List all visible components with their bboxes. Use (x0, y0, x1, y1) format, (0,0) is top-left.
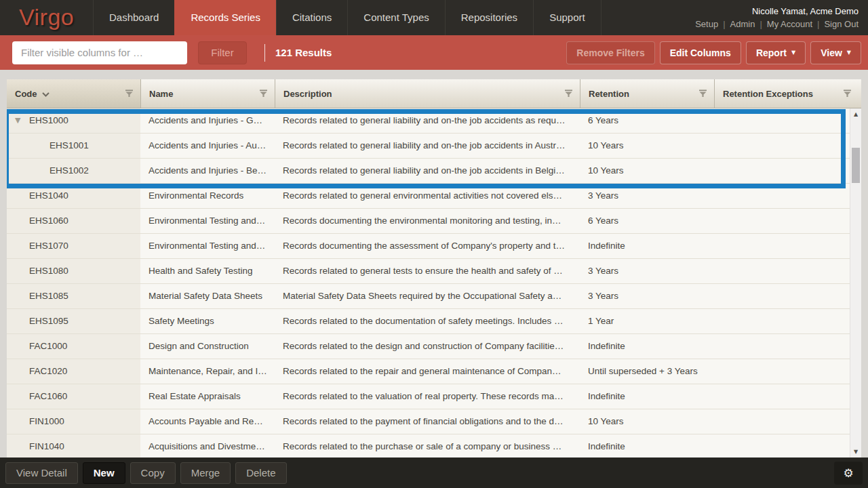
retention-exceptions-cell (714, 384, 861, 409)
link-setup[interactable]: Setup (695, 19, 718, 29)
column-label: Description (283, 89, 332, 99)
retention-cell: 1 Year (580, 309, 714, 333)
view-button[interactable]: View▼ (810, 41, 861, 64)
scroll-up-icon[interactable]: ▲ (850, 111, 861, 117)
name-cell: Material Safety Data Sheets (140, 284, 275, 308)
merge-button[interactable]: Merge (180, 462, 231, 484)
user-links: Setup|Admin|My Account|Sign Out (695, 19, 859, 29)
button-label: View (821, 47, 842, 58)
table-row-ehs1060[interactable]: EHS1060Environmental Testing and…Records… (7, 209, 861, 234)
table-row-fac1020[interactable]: FAC1020Maintenance, Repair, and I…Record… (7, 359, 861, 384)
table-row-fin1000[interactable]: FIN1000Accounts Payable and Re…Records r… (7, 409, 861, 434)
vertical-scrollbar[interactable]: ▲ ▼ (850, 108, 861, 458)
filter-funnel-icon[interactable] (125, 89, 134, 100)
description-cell: Records related to the design and constr… (275, 334, 580, 359)
link-sign-out[interactable]: Sign Out (824, 19, 859, 29)
retention-cell: 3 Years (580, 259, 714, 283)
link-separator: | (817, 19, 819, 29)
delete-button[interactable]: Delete (235, 462, 286, 484)
tab-support[interactable]: Support (533, 0, 601, 35)
link-my-account[interactable]: My Account (767, 19, 812, 29)
caret-down-icon: ▼ (847, 50, 851, 56)
tab-records-series[interactable]: Records Series (174, 0, 276, 35)
user-name: Nicolle Yamat, Acme Demo (695, 6, 859, 16)
column-header-retention-exceptions[interactable]: Retention Exceptions (714, 79, 861, 108)
description-cell: Records documenting the environmental mo… (275, 209, 580, 233)
action-buttons: View DetailNewCopyMergeDelete (5, 462, 292, 484)
tab-citations[interactable]: Citations (276, 0, 347, 35)
retention-exceptions-cell (714, 159, 861, 183)
column-label: Code (15, 89, 37, 99)
description-cell: Material Safety Data Sheets required by … (275, 284, 580, 308)
scroll-down-icon[interactable]: ▼ (850, 449, 861, 455)
filter-funnel-icon[interactable] (698, 89, 707, 100)
tab-repositories[interactable]: Repositories (445, 0, 533, 35)
link-separator: | (723, 19, 725, 29)
table-row-ehs1040[interactable]: EHS1040Environmental RecordsRecords rela… (7, 184, 861, 209)
retention-cell: Indefinite (580, 434, 714, 458)
retention-exceptions-cell (714, 108, 861, 133)
expand-collapse-triangle-icon[interactable]: ▼ (15, 108, 20, 133)
tab-content-types[interactable]: Content Types (347, 0, 444, 35)
description-cell: Records related to general environmental… (275, 184, 580, 208)
user-box: Nicolle Yamat, Acme Demo Setup|Admin|My … (695, 0, 868, 35)
filter-funnel-icon[interactable] (259, 89, 268, 100)
settings-gear-button[interactable]: ⚙ (834, 462, 863, 485)
column-header-description[interactable]: Description (275, 79, 580, 108)
code-cell: EHS1085 (7, 284, 140, 308)
table-row-ehs1085[interactable]: EHS1085Material Safety Data SheetsMateri… (7, 284, 861, 309)
column-header-retention[interactable]: Retention (580, 79, 714, 108)
app-logo: Virgo (0, 0, 93, 35)
retention-cell: 10 Years (580, 134, 714, 158)
link-admin[interactable]: Admin (730, 19, 755, 29)
retention-cell: Until superseded + 3 Years (580, 359, 714, 384)
gear-icon: ⚙ (843, 466, 853, 480)
remove-filters-button[interactable]: Remove Filters (566, 41, 654, 64)
edit-columns-button[interactable]: Edit Columns (660, 41, 741, 64)
table-row-ehs1070[interactable]: EHS1070Environmental Testing and…Records… (7, 234, 861, 259)
name-cell: Environmental Records (140, 184, 275, 208)
copy-button[interactable]: Copy (130, 462, 176, 484)
column-header-name[interactable]: Name (140, 79, 275, 108)
records-table: CodeNameDescriptionRetentionRetention Ex… (7, 79, 861, 458)
column-label: Name (149, 89, 173, 99)
table-body: ▼EHS1000Accidents and Injuries - G…Recor… (7, 108, 861, 458)
scrollbar-thumb[interactable] (852, 148, 860, 183)
table-row-ehs1001[interactable]: EHS1001Accidents and Injuries - Au…Recor… (7, 134, 861, 159)
description-cell: Records related to the valuation of real… (275, 384, 580, 409)
table-row-ehs1095[interactable]: EHS1095Safety MeetingsRecords related to… (7, 309, 861, 334)
filter-funnel-icon[interactable] (843, 89, 852, 100)
retention-cell: 10 Years (580, 159, 714, 183)
code-cell: ▼EHS1000 (7, 108, 140, 133)
table-row-fin1040[interactable]: FIN1040Acquisitions and Divestme…Records… (7, 434, 861, 458)
view-detail-button[interactable]: View Detail (5, 462, 78, 484)
name-cell: Health and Safety Testing (140, 259, 275, 283)
table-row-ehs1002[interactable]: EHS1002Accidents and Injuries - Be…Recor… (7, 159, 861, 184)
caret-down-icon: ▼ (791, 50, 795, 56)
table-row-fac1060[interactable]: FAC1060Real Estate AppraisalsRecords rel… (7, 384, 861, 409)
table-row-ehs1080[interactable]: EHS1080Health and Safety TestingRecords … (7, 259, 861, 284)
retention-exceptions-cell (714, 334, 861, 359)
name-cell: Environmental Testing and… (140, 209, 275, 233)
retention-cell: 3 Years (580, 284, 714, 308)
code-cell: FAC1000 (7, 334, 140, 359)
retention-exceptions-cell (714, 359, 861, 384)
report-button[interactable]: Report▼ (746, 41, 806, 64)
retention-exceptions-cell (714, 409, 861, 434)
filter-input[interactable] (12, 41, 187, 64)
retention-exceptions-cell (714, 184, 861, 208)
button-label: Edit Columns (670, 47, 731, 58)
name-cell: Accidents and Injuries - Be… (140, 159, 275, 183)
name-cell: Accounts Payable and Re… (140, 409, 275, 434)
table-header: CodeNameDescriptionRetentionRetention Ex… (7, 79, 861, 108)
filter-button[interactable]: Filter (198, 41, 247, 64)
sort-descending-icon (42, 89, 50, 99)
name-cell: Design and Construction (140, 334, 275, 359)
new-button[interactable]: New (83, 462, 125, 484)
table-row-ehs1000[interactable]: ▼EHS1000Accidents and Injuries - G…Recor… (7, 108, 861, 134)
column-header-code[interactable]: Code (7, 79, 140, 108)
filter-funnel-icon[interactable] (564, 89, 573, 100)
table-row-fac1000[interactable]: FAC1000Design and ConstructionRecords re… (7, 334, 861, 359)
tab-dashboard[interactable]: Dashboard (93, 0, 174, 35)
retention-exceptions-cell (714, 234, 861, 258)
